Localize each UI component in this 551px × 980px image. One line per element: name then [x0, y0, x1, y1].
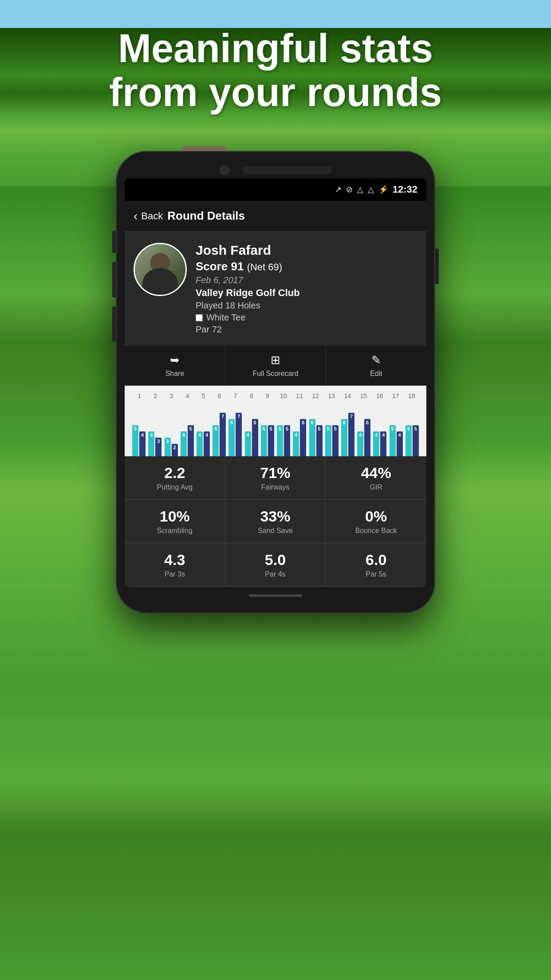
stat-cell-8: 6.0Par 5s — [326, 543, 426, 587]
bluetooth-icon: ↗ — [335, 185, 342, 194]
bar-group-hole-14: 67 — [341, 413, 354, 456]
stat-value-3: 10% — [129, 508, 220, 525]
bar-group-hole-2: 43 — [148, 431, 161, 456]
share-label: Share — [165, 370, 185, 378]
hole-num-18: 18 — [405, 392, 418, 399]
bar-teal-hole-7: 6 — [228, 419, 235, 456]
stat-value-2: 44% — [330, 464, 422, 482]
power-button — [435, 249, 439, 284]
status-time: 12:32 — [393, 184, 417, 195]
bar-navy-hole-6: 7 — [220, 413, 226, 456]
stat-cell-6: 4.3Par 3s — [125, 543, 225, 587]
hero-line2: from your rounds — [109, 70, 442, 115]
hole-num-14: 14 — [341, 392, 354, 399]
bar-group-hole-17: 54 — [390, 425, 403, 456]
bar-navy-hole-5: 4 — [204, 431, 210, 456]
stat-cell-1: 71%Fairways — [225, 456, 326, 500]
stats-grid: 2.2Putting Avg71%Fairways44%GIR10%Scramb… — [125, 456, 426, 587]
hole-numbers: 1 2 3 4 5 6 7 8 9 10 11 12 13 14 15 16 1 — [131, 392, 420, 399]
bar-navy-hole-11: 6 — [300, 419, 306, 456]
holes-played: Played 18 Holes — [196, 300, 417, 311]
bar-navy-hole-16: 4 — [380, 431, 386, 456]
tee-info: White Tee — [196, 312, 417, 323]
status-icons: ↗ ⊘ △ △ ⚡ 12:32 — [335, 184, 417, 195]
bar-navy-hole-17: 4 — [397, 431, 403, 456]
bar-teal-hole-15: 4 — [357, 431, 363, 456]
score-value: Score 91 — [196, 260, 244, 273]
hole-num-2: 2 — [149, 392, 162, 399]
bar-navy-hole-4: 5 — [188, 425, 194, 456]
bar-navy-hole-18: 5 — [413, 425, 419, 456]
stat-label-3: Scrambling — [129, 527, 220, 535]
phone-shell: ↗ ⊘ △ △ ⚡ 12:32 ‹ Back Round Details — [116, 151, 435, 613]
bar-group-hole-8: 46 — [245, 419, 258, 456]
bar-teal-hole-13: 5 — [325, 425, 331, 456]
volume-down-button — [112, 306, 116, 342]
hole-num-10: 10 — [277, 392, 290, 399]
phone-bottom — [125, 587, 426, 605]
bar-navy-hole-13: 5 — [332, 425, 338, 456]
wifi-icon: △ — [357, 185, 363, 194]
bar-group-hole-9: 55 — [261, 425, 274, 456]
stat-label-6: Par 3s — [129, 570, 220, 578]
scorecard-label: Full Scorecard — [252, 370, 298, 378]
stat-cell-2: 44%GIR — [326, 456, 426, 500]
bar-group-hole-1: 54 — [132, 425, 146, 456]
player-name: Josh Fafard — [196, 243, 417, 258]
stat-label-5: Bounce Back — [330, 527, 422, 535]
back-button[interactable]: ‹ Back — [134, 209, 163, 223]
club-name: Valley Ridge Golf Club — [196, 287, 417, 299]
bar-group-hole-18: 55 — [405, 425, 419, 456]
avatar-image — [135, 244, 185, 295]
stat-cell-3: 10%Scrambling — [125, 500, 225, 543]
hole-num-16: 16 — [373, 392, 386, 399]
hole-num-9: 9 — [261, 392, 274, 399]
hole-num-13: 13 — [325, 392, 338, 399]
bar-teal-hole-11: 4 — [293, 431, 299, 456]
stat-value-6: 4.3 — [129, 551, 220, 569]
hole-num-7: 7 — [229, 392, 242, 399]
bar-teal-hole-8: 4 — [245, 431, 251, 456]
score-bars: 544332454457674655554665556746445455 — [131, 403, 420, 456]
bar-group-hole-13: 55 — [325, 425, 338, 456]
bar-group-hole-5: 44 — [197, 431, 210, 456]
tee-name: White Tee — [206, 312, 246, 323]
bar-group-hole-10: 55 — [277, 425, 290, 456]
bar-group-hole-15: 46 — [357, 419, 370, 456]
bar-teal-hole-2: 4 — [148, 431, 154, 456]
bar-navy-hole-2: 3 — [155, 438, 161, 456]
status-bar: ↗ ⊘ △ △ ⚡ 12:32 — [125, 178, 426, 201]
share-button[interactable]: ➥ Share — [125, 346, 225, 385]
bar-teal-hole-9: 5 — [261, 425, 267, 456]
bar-navy-hole-1: 4 — [139, 431, 146, 456]
back-label: Back — [141, 210, 163, 222]
scorecard-button[interactable]: ⊞ Full Scorecard — [225, 346, 326, 385]
bar-teal-hole-12: 6 — [309, 419, 315, 456]
speaker-grille — [243, 166, 331, 174]
bar-teal-hole-10: 5 — [277, 425, 283, 456]
course-par: Par 72 — [196, 324, 417, 335]
scorecard-icon: ⊞ — [271, 353, 280, 367]
bar-group-hole-11: 46 — [293, 419, 306, 456]
bar-navy-hole-9: 5 — [268, 425, 274, 456]
edit-button[interactable]: ✎ Edit — [326, 346, 426, 385]
bar-teal-hole-16: 4 — [373, 431, 379, 456]
phone-screen: ↗ ⊘ △ △ ⚡ 12:32 ‹ Back Round Details — [125, 178, 426, 587]
stat-value-5: 0% — [330, 508, 422, 525]
signal-icon: △ — [368, 185, 374, 194]
profile-info: Josh Fafard Score 91 (Net 69) Feb 6, 201… — [196, 243, 417, 335]
bar-navy-hole-14: 7 — [348, 413, 354, 456]
hero-line1: Meaningful stats — [118, 26, 433, 71]
home-bar — [249, 594, 302, 597]
front-camera — [220, 165, 229, 175]
bar-group-hole-4: 45 — [181, 425, 194, 456]
chart-section: 1 2 3 4 5 6 7 8 9 10 11 12 13 14 15 16 1 — [125, 386, 426, 456]
stat-value-1: 71% — [230, 464, 321, 482]
stat-cell-0: 2.2Putting Avg — [125, 456, 225, 500]
stat-cell-7: 5.0Par 4s — [225, 543, 326, 587]
bar-teal-hole-14: 6 — [341, 419, 347, 456]
hero-section: Meaningful stats from your rounds — [0, 27, 551, 115]
stat-value-4: 33% — [230, 508, 321, 525]
stat-label-1: Fairways — [230, 483, 321, 491]
hole-num-8: 8 — [245, 392, 258, 399]
